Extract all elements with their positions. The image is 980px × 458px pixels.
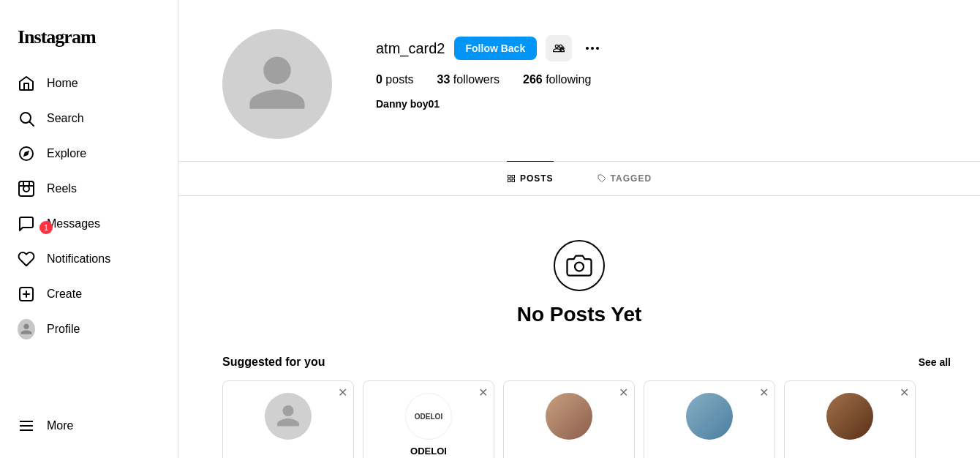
- add-user-button[interactable]: [546, 35, 572, 61]
- suggested-header: Suggested for you See all: [222, 356, 951, 369]
- camera-icon: [566, 252, 592, 279]
- profile-info: atm_card2 Follow Back 0: [376, 29, 604, 110]
- sidebar-item-reels[interactable]: Reels: [9, 171, 169, 206]
- suggested-card-3: ✕ Follow: [503, 380, 635, 458]
- sidebar-item-label: Notifications: [47, 252, 110, 266]
- more-icon: [18, 417, 35, 435]
- tab-posts-label: POSTS: [520, 173, 554, 184]
- profile-top-row: atm_card2 Follow Back: [376, 35, 604, 61]
- svg-rect-20: [508, 176, 510, 179]
- posts-stat[interactable]: 0 posts: [376, 73, 414, 86]
- profile-avatar-small: [18, 320, 35, 338]
- close-card-4-button[interactable]: ✕: [759, 387, 769, 399]
- create-icon: [18, 285, 35, 303]
- profile-tabs: POSTS TAGGED: [178, 162, 980, 196]
- tab-tagged-label: TAGGED: [611, 173, 652, 184]
- sidebar-item-create[interactable]: Create: [9, 277, 169, 312]
- instagram-logo[interactable]: Instagram: [9, 15, 169, 66]
- explore-icon: [18, 145, 35, 162]
- svg-point-25: [575, 263, 584, 271]
- posts-label: posts: [385, 73, 413, 86]
- followers-stat[interactable]: 33 followers: [437, 73, 500, 86]
- profile-header: atm_card2 Follow Back 0: [178, 0, 980, 162]
- messages-icon: 1: [18, 215, 35, 233]
- followers-label: followers: [453, 73, 500, 86]
- search-icon: [18, 110, 35, 127]
- suggested-card-1: ✕ Follow: [222, 380, 354, 458]
- profile-stats: 0 posts 33 followers 266 following: [376, 73, 604, 86]
- suggested-section: Suggested for you See all ✕ Follow ✕ ODE…: [178, 356, 980, 458]
- suggested-cards: ✕ Follow ✕ ODELOI ODELOI Follow: [222, 380, 951, 458]
- sidebar-item-home[interactable]: Home: [9, 66, 169, 101]
- tag-icon: [598, 174, 606, 183]
- close-card-3-button[interactable]: ✕: [619, 387, 628, 399]
- posts-count: 0: [376, 73, 382, 86]
- suggested-avatar-2: ODELOI: [405, 393, 452, 440]
- sidebar-item-messages[interactable]: 1 Messages: [9, 206, 169, 241]
- sidebar-item-notifications[interactable]: Notifications: [9, 241, 169, 277]
- grid-icon: [507, 174, 516, 183]
- svg-rect-21: [512, 176, 515, 179]
- messages-badge: 1: [39, 221, 53, 234]
- no-posts-section: No Posts Yet: [178, 196, 980, 356]
- svg-line-1: [30, 122, 34, 127]
- svg-marker-3: [23, 151, 29, 157]
- suggested-name-2: ODELOI: [410, 446, 447, 457]
- profile-avatar: [222, 29, 332, 139]
- sidebar-item-profile[interactable]: Profile: [9, 312, 169, 347]
- sidebar-item-label: Create: [47, 288, 82, 301]
- svg-point-19: [596, 47, 599, 50]
- close-card-2-button[interactable]: ✕: [478, 387, 488, 399]
- sidebar-item-label: Home: [47, 77, 78, 90]
- profile-username: atm_card2: [376, 40, 445, 57]
- following-count: 266: [523, 73, 543, 86]
- suggested-avatar-1: [265, 393, 312, 440]
- sidebar-item-search[interactable]: Search: [9, 101, 169, 136]
- tab-tagged[interactable]: TAGGED: [598, 161, 652, 195]
- suggested-card-5: ✕ Follow: [784, 380, 916, 458]
- sidebar-item-label: Search: [47, 112, 84, 125]
- suggested-card-4: ✕ Follow: [644, 380, 775, 458]
- follow-back-button[interactable]: Follow Back: [454, 37, 538, 60]
- close-card-5-button[interactable]: ✕: [900, 387, 909, 399]
- tab-posts[interactable]: POSTS: [507, 161, 554, 195]
- notifications-icon: [18, 250, 35, 268]
- suggested-title: Suggested for you: [222, 356, 325, 369]
- sidebar-item-label: Reels: [47, 182, 77, 195]
- sidebar-item-explore[interactable]: Explore: [9, 136, 169, 171]
- close-card-1-button[interactable]: ✕: [338, 387, 347, 399]
- sidebar-item-label: Profile: [47, 323, 80, 336]
- reels-icon: [18, 180, 35, 198]
- sidebar-item-label: Explore: [47, 147, 86, 160]
- profile-display-name: Danny boy01: [376, 98, 604, 110]
- svg-rect-22: [508, 179, 510, 182]
- following-label: following: [546, 73, 591, 86]
- no-posts-text: No Posts Yet: [517, 303, 642, 326]
- more-options-button[interactable]: [581, 37, 604, 60]
- suggested-text-avatar-2: ODELOI: [415, 413, 442, 421]
- see-all-link[interactable]: See all: [919, 356, 951, 368]
- camera-circle: [554, 240, 605, 291]
- home-icon: [18, 75, 35, 92]
- following-stat[interactable]: 266 following: [523, 73, 591, 86]
- sidebar-item-more[interactable]: More: [9, 408, 169, 443]
- followers-count: 33: [437, 73, 451, 86]
- suggested-avatar-5: [826, 393, 873, 440]
- svg-point-5: [23, 186, 29, 192]
- sidebar-item-label: More: [47, 419, 73, 432]
- suggested-avatar-4: [686, 393, 733, 440]
- svg-point-17: [586, 47, 589, 50]
- svg-rect-23: [512, 179, 515, 182]
- main-content: atm_card2 Follow Back 0: [178, 0, 980, 458]
- sidebar: Instagram Home Search Explore: [0, 0, 178, 458]
- svg-rect-4: [19, 181, 34, 196]
- suggested-card-2: ✕ ODELOI ODELOI Follow: [363, 380, 494, 458]
- suggested-avatar-3: [546, 393, 592, 440]
- sidebar-item-label: Messages: [47, 217, 100, 230]
- svg-point-18: [591, 47, 594, 50]
